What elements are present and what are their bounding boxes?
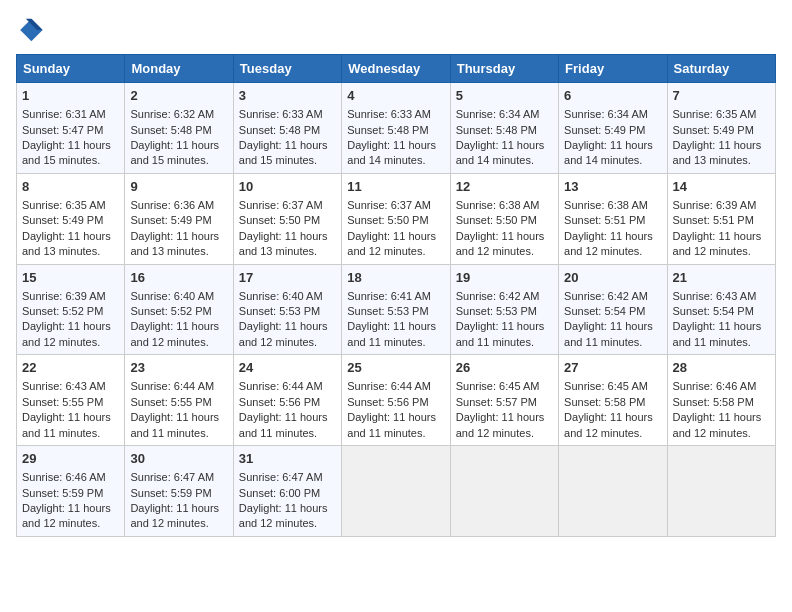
daylight-text: Daylight: 11 hoursand 12 minutes. xyxy=(564,411,653,438)
daylight-text: Daylight: 11 hoursand 15 minutes. xyxy=(239,139,328,166)
day-cell: 7Sunrise: 6:35 AMSunset: 5:49 PMDaylight… xyxy=(667,83,775,174)
sunset-text: Sunset: 5:54 PM xyxy=(564,305,645,317)
column-header-thursday: Thursday xyxy=(450,55,558,83)
day-number: 7 xyxy=(673,87,770,105)
week-row-2: 8Sunrise: 6:35 AMSunset: 5:49 PMDaylight… xyxy=(17,173,776,264)
column-header-wednesday: Wednesday xyxy=(342,55,450,83)
header-row: SundayMondayTuesdayWednesdayThursdayFrid… xyxy=(17,55,776,83)
day-cell: 16Sunrise: 6:40 AMSunset: 5:52 PMDayligh… xyxy=(125,264,233,355)
sunset-text: Sunset: 5:56 PM xyxy=(347,396,428,408)
day-number: 21 xyxy=(673,269,770,287)
logo-icon xyxy=(16,16,44,44)
sunset-text: Sunset: 5:59 PM xyxy=(22,487,103,499)
daylight-text: Daylight: 11 hoursand 11 minutes. xyxy=(22,411,111,438)
day-cell: 15Sunrise: 6:39 AMSunset: 5:52 PMDayligh… xyxy=(17,264,125,355)
day-number: 12 xyxy=(456,178,553,196)
sunset-text: Sunset: 6:00 PM xyxy=(239,487,320,499)
day-number: 17 xyxy=(239,269,336,287)
daylight-text: Daylight: 11 hoursand 15 minutes. xyxy=(22,139,111,166)
day-number: 13 xyxy=(564,178,661,196)
sunrise-text: Sunrise: 6:47 AM xyxy=(130,471,214,483)
sunset-text: Sunset: 5:54 PM xyxy=(673,305,754,317)
sunset-text: Sunset: 5:53 PM xyxy=(456,305,537,317)
day-cell: 20Sunrise: 6:42 AMSunset: 5:54 PMDayligh… xyxy=(559,264,667,355)
column-header-friday: Friday xyxy=(559,55,667,83)
sunrise-text: Sunrise: 6:37 AM xyxy=(239,199,323,211)
day-number: 23 xyxy=(130,359,227,377)
daylight-text: Daylight: 11 hoursand 12 minutes. xyxy=(456,411,545,438)
sunrise-text: Sunrise: 6:42 AM xyxy=(456,290,540,302)
day-number: 10 xyxy=(239,178,336,196)
calendar-table: SundayMondayTuesdayWednesdayThursdayFrid… xyxy=(16,54,776,537)
daylight-text: Daylight: 11 hoursand 11 minutes. xyxy=(456,320,545,347)
sunset-text: Sunset: 5:50 PM xyxy=(239,214,320,226)
column-header-tuesday: Tuesday xyxy=(233,55,341,83)
sunrise-text: Sunrise: 6:46 AM xyxy=(22,471,106,483)
sunset-text: Sunset: 5:57 PM xyxy=(456,396,537,408)
sunrise-text: Sunrise: 6:39 AM xyxy=(673,199,757,211)
sunrise-text: Sunrise: 6:34 AM xyxy=(456,108,540,120)
daylight-text: Daylight: 11 hoursand 11 minutes. xyxy=(130,411,219,438)
day-cell: 10Sunrise: 6:37 AMSunset: 5:50 PMDayligh… xyxy=(233,173,341,264)
daylight-text: Daylight: 11 hoursand 11 minutes. xyxy=(239,411,328,438)
daylight-text: Daylight: 11 hoursand 13 minutes. xyxy=(239,230,328,257)
day-cell xyxy=(342,446,450,537)
day-cell: 6Sunrise: 6:34 AMSunset: 5:49 PMDaylight… xyxy=(559,83,667,174)
daylight-text: Daylight: 11 hoursand 11 minutes. xyxy=(347,411,436,438)
sunset-text: Sunset: 5:48 PM xyxy=(130,124,211,136)
day-cell: 2Sunrise: 6:32 AMSunset: 5:48 PMDaylight… xyxy=(125,83,233,174)
day-cell: 19Sunrise: 6:42 AMSunset: 5:53 PMDayligh… xyxy=(450,264,558,355)
sunset-text: Sunset: 5:47 PM xyxy=(22,124,103,136)
sunset-text: Sunset: 5:51 PM xyxy=(564,214,645,226)
sunrise-text: Sunrise: 6:38 AM xyxy=(564,199,648,211)
day-cell: 1Sunrise: 6:31 AMSunset: 5:47 PMDaylight… xyxy=(17,83,125,174)
day-cell: 8Sunrise: 6:35 AMSunset: 5:49 PMDaylight… xyxy=(17,173,125,264)
day-number: 14 xyxy=(673,178,770,196)
daylight-text: Daylight: 11 hoursand 11 minutes. xyxy=(673,320,762,347)
sunrise-text: Sunrise: 6:42 AM xyxy=(564,290,648,302)
day-number: 30 xyxy=(130,450,227,468)
day-cell: 5Sunrise: 6:34 AMSunset: 5:48 PMDaylight… xyxy=(450,83,558,174)
sunrise-text: Sunrise: 6:43 AM xyxy=(22,380,106,392)
daylight-text: Daylight: 11 hoursand 12 minutes. xyxy=(239,502,328,529)
day-number: 29 xyxy=(22,450,119,468)
daylight-text: Daylight: 11 hoursand 12 minutes. xyxy=(22,502,111,529)
day-number: 24 xyxy=(239,359,336,377)
sunrise-text: Sunrise: 6:44 AM xyxy=(347,380,431,392)
sunrise-text: Sunrise: 6:40 AM xyxy=(130,290,214,302)
daylight-text: Daylight: 11 hoursand 12 minutes. xyxy=(239,320,328,347)
daylight-text: Daylight: 11 hoursand 14 minutes. xyxy=(347,139,436,166)
sunrise-text: Sunrise: 6:44 AM xyxy=(130,380,214,392)
daylight-text: Daylight: 11 hoursand 14 minutes. xyxy=(564,139,653,166)
sunset-text: Sunset: 5:48 PM xyxy=(456,124,537,136)
sunset-text: Sunset: 5:49 PM xyxy=(22,214,103,226)
sunset-text: Sunset: 5:49 PM xyxy=(564,124,645,136)
sunset-text: Sunset: 5:50 PM xyxy=(347,214,428,226)
day-number: 15 xyxy=(22,269,119,287)
day-cell: 4Sunrise: 6:33 AMSunset: 5:48 PMDaylight… xyxy=(342,83,450,174)
day-number: 25 xyxy=(347,359,444,377)
sunset-text: Sunset: 5:52 PM xyxy=(22,305,103,317)
sunset-text: Sunset: 5:52 PM xyxy=(130,305,211,317)
day-cell: 21Sunrise: 6:43 AMSunset: 5:54 PMDayligh… xyxy=(667,264,775,355)
sunset-text: Sunset: 5:48 PM xyxy=(347,124,428,136)
day-number: 27 xyxy=(564,359,661,377)
day-cell: 29Sunrise: 6:46 AMSunset: 5:59 PMDayligh… xyxy=(17,446,125,537)
sunset-text: Sunset: 5:49 PM xyxy=(130,214,211,226)
sunrise-text: Sunrise: 6:41 AM xyxy=(347,290,431,302)
day-number: 28 xyxy=(673,359,770,377)
sunrise-text: Sunrise: 6:46 AM xyxy=(673,380,757,392)
day-number: 1 xyxy=(22,87,119,105)
daylight-text: Daylight: 11 hoursand 13 minutes. xyxy=(130,230,219,257)
sunset-text: Sunset: 5:55 PM xyxy=(130,396,211,408)
day-cell xyxy=(559,446,667,537)
day-cell: 30Sunrise: 6:47 AMSunset: 5:59 PMDayligh… xyxy=(125,446,233,537)
day-cell xyxy=(450,446,558,537)
daylight-text: Daylight: 11 hoursand 12 minutes. xyxy=(347,230,436,257)
day-number: 4 xyxy=(347,87,444,105)
sunrise-text: Sunrise: 6:44 AM xyxy=(239,380,323,392)
day-number: 5 xyxy=(456,87,553,105)
sunset-text: Sunset: 5:49 PM xyxy=(673,124,754,136)
sunset-text: Sunset: 5:59 PM xyxy=(130,487,211,499)
day-number: 22 xyxy=(22,359,119,377)
